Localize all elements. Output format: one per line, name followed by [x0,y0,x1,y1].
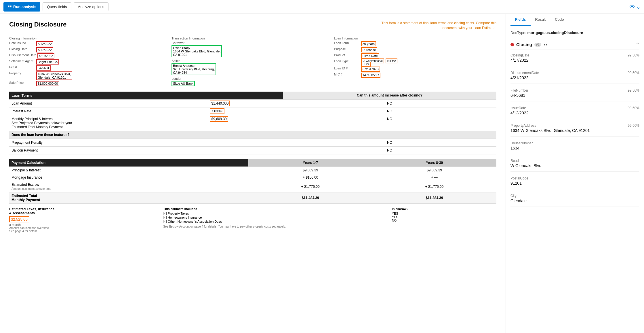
escrow-left: Estimated Taxes, Insurance& Assessments … [9,207,159,233]
field-row-postal-code: PostalCode 91201 [510,176,639,189]
loan-info-title: Loan Information [334,37,496,40]
doctype-row: DocType: mortgage.us.closingDisclosure [510,31,639,35]
info-row: Settlement Agent Bright Title Co [9,59,172,65]
escrow-mid: This estimate includes ✓ Property Taxes … [163,207,387,233]
loan-terms-header: Loan Terms [9,92,283,100]
eye-icon[interactable]: 👁 ⌄ [630,4,641,10]
field-row-property-address: PropertyAddress 1634 W Glenoaks Blvd, Gl… [510,124,639,137]
run-analysis-button[interactable]: ☷ Run analysis [3,2,40,12]
table-row: Principal & Interest $9,609.39 $9,609.39 [9,166,496,174]
table-row: Does the loan have these features? [9,131,496,139]
info-row: Disbursement Date 4/21/2022 [9,53,172,58]
analyze-options-button[interactable]: Analyze options [74,2,109,11]
table-row: Mortgage Insurance + $100.00 + — [9,174,496,181]
main-layout: Closing Disclosure This form is a statem… [0,14,644,333]
field-row-road: Road W Glenoaks Blvd [510,159,639,172]
total-payment-row: Estimated TotalMonthly Payment $11,484.3… [9,192,496,203]
table-row: Interest Rate 7.033% NO [9,107,496,115]
fields-content: DocType: mortgage.us.closingDisclosure C… [506,26,644,333]
fields-panel: Fields Result Code DocType: mortgage.us.… [506,14,644,333]
transaction-info-title: Transaction Information [172,37,334,40]
escrow-section: Estimated Taxes, Insurance& Assessments … [9,207,496,233]
years1-header: Years 1-7 [248,159,372,167]
list-item: ✓ Homeowner's Insurance [163,216,387,219]
table-row: Balloon Payment NO [9,146,496,154]
loan-info-col: Loan Information Loan Term 30 years Purp… [334,37,496,87]
document-panel: Closing Disclosure This form is a statem… [0,14,506,333]
projected-payments-table: Payment Calculation Years 1-7 Years 8-30… [9,159,496,204]
info-section: Closing Information Date Issued 4/12/202… [9,37,496,87]
table-row: Monthly Principal & Interest See Project… [9,115,496,131]
table-row: Prepayment Penalty NO [9,139,496,146]
tab-result[interactable]: Result [531,14,550,26]
list-item: ✓ Other: Homeowner's Association Dues [163,220,387,223]
chevron-up-icon[interactable]: ⌃ [636,42,639,47]
doc-title: Closing Disclosure [9,21,66,28]
increase-header: Can this amount increase after closing? [283,92,496,100]
doc-header: Closing Disclosure This form is a statem… [9,21,496,33]
toolbar: ☷ Run analysis Query fields Analyze opti… [0,0,644,14]
table-row: Loan Amount $1,440,000 NO [9,99,496,107]
info-row: Sale Price $1,800,000.00 [9,81,172,86]
info-row: Date Issued 4/12/2022 [9,41,172,46]
info-row: Closing Date 4/17/2022 [9,47,172,52]
doc-subtitle: This form is a statement of final loan t… [382,21,497,31]
transaction-info-col: Transaction Information Borrower Gwen St… [172,37,334,87]
table-row: Estimated EscrowAmount can increase over… [9,181,496,192]
info-row: Property 1634 W Glenoaks Blvd,Glendale, … [9,71,172,80]
red-dot-icon [510,43,514,46]
fields-tabs: Fields Result Code [506,14,644,26]
closing-info-col: Closing Information Date Issued 4/12/202… [9,37,172,87]
field-row-house-number: HouseNumber 1634 [510,141,639,154]
info-row: File # 64-5681 [9,65,172,71]
tab-code[interactable]: Code [550,14,568,26]
field-row-disbursement-date: DisbursementDate 4/21/2022 99.50% [510,71,639,84]
grid-icon[interactable]: ☷ [544,42,548,47]
field-row-city: City Glendale [510,194,639,207]
field-row-file-number: FileNumber 64-5681 99.50% [510,88,639,101]
tab-fields[interactable]: Fields [510,14,531,26]
list-item: ✓ Property Taxes [163,212,387,215]
field-row-issue-date: IssueDate 4/12/2022 99.50% [510,106,639,119]
loan-terms-table: Loan Terms Can this amount increase afte… [9,92,496,154]
chart-icon: ☷ [7,4,12,10]
field-row-closing-date: ClosingDate 4/17/2022 99.50% [510,53,639,66]
payment-calc-header: Payment Calculation [9,159,248,167]
escrow-right: In escrow? YES YES NO [392,207,496,233]
closing-info-title: Closing Information [9,37,172,40]
query-fields-button[interactable]: Query fields [43,2,71,11]
years2-header: Years 8-30 [372,159,496,167]
closing-header: Closing #1 ☷ ⌃ [510,39,639,50]
